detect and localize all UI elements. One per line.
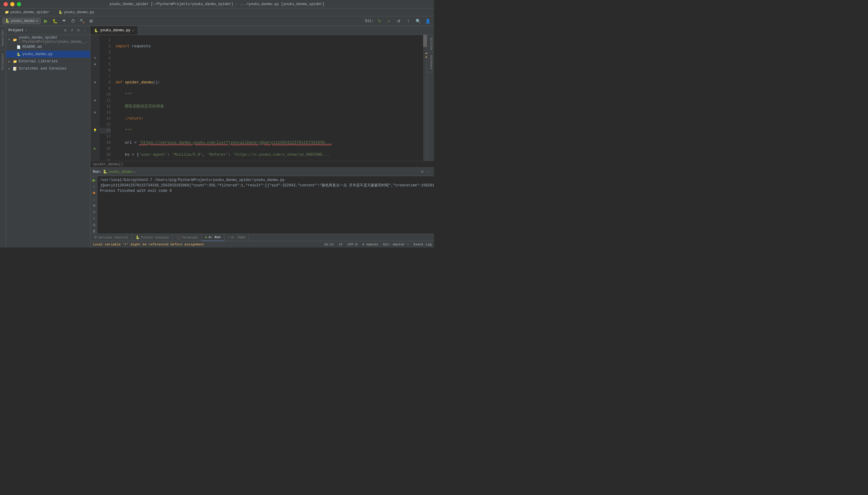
git-check-button[interactable]: ✓ [385,17,393,25]
search-button[interactable]: 🔍 [414,17,422,25]
tree-scratches-label: Scratches and Consoles [19,67,66,71]
tree-item-external-libs[interactable]: ▶ 📁 External Libraries [6,58,90,65]
layout-button[interactable]: ⊞ [91,203,97,208]
fold-icon-11: ◉ [94,98,96,104]
gutter-7 [91,73,99,80]
cursor-position[interactable]: 16:11 [324,243,334,246]
maximize-button[interactable] [17,2,21,6]
build-button[interactable]: 🔨 [78,17,86,25]
tab-close-button[interactable]: ✕ [132,29,134,32]
minimap-scrollbar[interactable] [423,35,427,161]
scroll-up-button[interactable]: ↑ [91,184,97,189]
git-sync-button[interactable]: ↺ [395,17,403,25]
function-hint-bar: spider_danmu() [91,161,434,167]
gutter-18 [91,140,99,146]
coverage-button[interactable]: ☂ [60,17,68,25]
ln-18: 18 [99,140,111,146]
ln-9: 9 [99,86,111,91]
ln-21: 21 [99,158,111,161]
code-line-4: def spider_danmu(): [115,80,423,86]
run-button[interactable]: ▶ [42,17,50,25]
tree-item-readme[interactable]: 📄 README.md [6,44,90,51]
ln-20: 20 [99,152,111,158]
run-tab[interactable]: Run: 🐍 youku_danmu ✕ [93,170,135,174]
tree-item-root[interactable]: ▼ 📂 youku_danmu_spider ~/PycharmProjects… [6,36,90,44]
gutter-12 [91,104,99,109]
fold-icon-13: ◉ [94,109,96,116]
tree-item-main-py[interactable]: 🐍 youku_danmu.py [6,51,90,58]
gutter-16: 💡 [91,128,99,134]
code-line-7: :return: [115,116,423,122]
run-process-icon: 🐍 [103,170,107,174]
profile-button[interactable]: ⏱ [69,17,77,25]
settings-button[interactable]: ⚙ [87,17,95,25]
ln-10: 10 [99,91,111,98]
run-again-button[interactable]: ▶ [91,177,97,183]
run-arrow-19[interactable]: ▶ [94,146,96,152]
python-console-icon: 🐍 [136,236,140,239]
event-log[interactable]: Event Log [414,243,431,246]
ln-17: 17 [99,134,111,140]
terminal-tab[interactable]: ⬛ Terminal [173,234,202,241]
favorites-tab[interactable]: Favorites [0,26,6,50]
version-control-tab[interactable]: ⑨ Version Control [91,234,132,241]
todo-tab[interactable]: ✓ 6: TODO [225,234,249,241]
stop-button[interactable]: ■ [91,190,97,195]
fold-icon-4[interactable]: ▼ [94,55,96,62]
indent-setting[interactable]: 4 spaces [362,243,378,246]
project-panel-title: Project [9,28,23,33]
account-button[interactable]: 👤 [424,17,431,25]
git-section: Git: ✎ ✓ ↺ ↑ 🔍 👤 [365,17,431,25]
run-close-button[interactable]: − [426,169,431,175]
title-bar: youku_danmu_spider [~/PycharmProjects/yo… [0,0,434,8]
charset[interactable]: UTF-8 [347,243,358,246]
git-push-button[interactable]: ↑ [405,17,412,25]
git-edit-button[interactable]: ✎ [376,17,383,25]
sciview-tab[interactable]: SciView [427,35,434,53]
window-controls[interactable] [4,2,21,6]
panel-settings-button[interactable]: ⚙ [76,28,81,33]
clear-button[interactable]: 🗑 [91,228,97,234]
code-editor[interactable]: import requests def spider_danmu(): """ … [113,35,423,161]
run-tab-bottom[interactable]: ▶ 4: Run [202,234,224,241]
tab-youku-danmu-py[interactable]: 🐍 youku_danmu.py ✕ [91,26,138,35]
gutter-6 [91,67,99,73]
bottom-panel: Run: 🐍 youku_danmu ✕ ⚙ − ▶ ↑ ■ ↓ ⊞ [91,167,434,234]
new-file-button[interactable]: ⊕ [62,28,68,33]
run-settings-button[interactable]: ⚙ [420,169,425,175]
gutter-1 [91,37,99,44]
minimize-panel-button[interactable]: − [82,28,88,33]
python-console-tab[interactable]: 🐍 Python Console [132,234,173,241]
output-line-3: Process finished with exit code 0 [100,188,431,193]
run-config-selector[interactable]: 🐍 youku_danmu ▾ [2,18,41,24]
terminal-label: Terminal [182,236,198,239]
code-line-10: kv = {'user-agent': 'Mozilla/5.0', 'Refe… [115,152,423,158]
database-tab[interactable]: Database [427,53,434,72]
output-line-2: jQuery111203412576115734338_156283319206… [100,183,431,188]
code-line-3 [115,67,423,73]
git-status[interactable]: Git: master ↑ [383,243,409,246]
close-button[interactable] [4,2,8,6]
debug-button[interactable]: 🐛 [51,17,59,25]
filter-button[interactable]: ⊡ [91,209,97,215]
file-menu-item[interactable]: 🐍 youku_danmu.py [56,10,97,15]
fold-all-button[interactable]: ≡ [91,216,97,221]
structure-tab[interactable]: Structure [0,50,6,73]
project-tree: ▼ 📂 youku_danmu_spider ~/PycharmProjects… [6,35,90,248]
print-button[interactable]: 🖨 [91,222,97,227]
gutter-21 [91,158,99,161]
toolbar-left: 🐍 youku_danmu ▾ ▶ 🐛 ☂ ⏱ 🔨 ⚙ [2,17,95,25]
scroll-down-button[interactable]: ↓ [91,197,97,202]
tree-item-scratches[interactable]: ▶ 📝 Scratches and Consoles [6,65,90,72]
toolbar: 🐍 youku_danmu ▾ ▶ 🐛 ☂ ⏱ 🔨 ⚙ Git: ✎ ✓ ↺ ↑… [0,16,434,26]
warning-text: Local variable 'r' might be referenced b… [93,243,204,246]
minimize-button[interactable] [10,2,15,6]
project-menu-item[interactable]: 📁 youku_danmu_spider [2,10,52,15]
run-output-text: /usr/local/bin/python3.7 /Users/pig/Pych… [98,176,434,234]
project-folder-icon: 📁 [5,10,9,14]
scrollbar-thumb[interactable] [423,35,427,47]
sync-button[interactable]: ↺ [69,28,75,33]
line-ending[interactable]: LF [339,243,343,246]
run-tab-close[interactable]: ✕ [133,170,135,174]
ln-5: 5 [99,62,111,67]
